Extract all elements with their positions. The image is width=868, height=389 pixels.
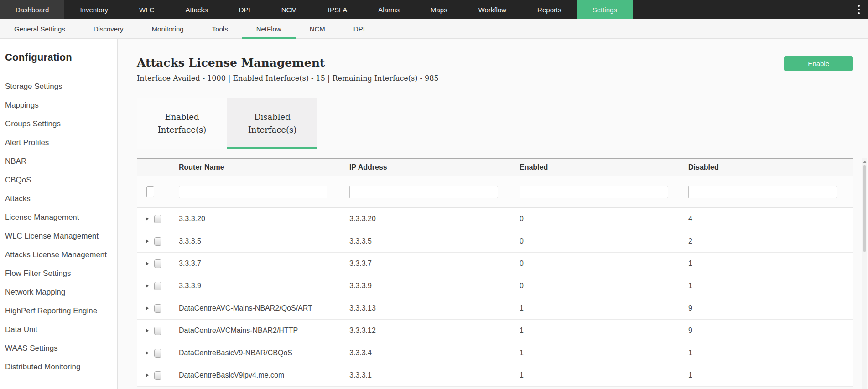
column-header-ip-address: IP Address <box>349 163 520 171</box>
scroll-up-arrow-icon[interactable] <box>863 161 867 163</box>
expand-row-icon[interactable] <box>146 351 149 355</box>
nav-item-attacks[interactable]: Attacks <box>170 0 223 19</box>
nav-item-dpi[interactable]: DPI <box>223 0 266 19</box>
sidebar-item-license-management[interactable]: License Management <box>5 208 113 227</box>
table-row-3-3-3-9[interactable]: 3.3.3.9 3.3.3.9 0 1 <box>137 275 853 297</box>
interfaces-table: Router Name IP Address Enabled Disabled <box>137 158 853 387</box>
sidebar-item-distributed-monitoring[interactable]: Distributed Monitoring <box>5 358 113 376</box>
row-checkbox[interactable] <box>154 259 161 268</box>
nav-item-ncm[interactable]: NCM <box>266 0 312 19</box>
column-header-enabled: Enabled <box>520 163 688 171</box>
nav-item-inventory[interactable]: Inventory <box>64 0 124 19</box>
cell-disabled: 2 <box>688 237 853 245</box>
subnav-item-general-settings[interactable]: General Settings <box>0 19 79 38</box>
table-row-datacentrebasicv9ipv4-me-com[interactable]: DataCentreBasicV9ipv4.me.com 3.3.3.1 1 1 <box>137 364 853 387</box>
tab-enabled-interface-s[interactable]: Enabled Interface(s) <box>137 98 227 149</box>
cell-disabled: 9 <box>688 327 853 335</box>
select-all-checkbox[interactable] <box>146 186 154 197</box>
cell-disabled: 1 <box>688 349 853 357</box>
expand-row-icon[interactable] <box>146 217 149 221</box>
table-row-datacentreavcmains-nbar2-http[interactable]: DataCentreAVCMains-NBAR2/HTTP 3.3.3.12 1… <box>137 320 853 342</box>
cell-enabled: 0 <box>520 237 688 245</box>
cell-router-name: 3.3.3.9 <box>179 282 349 290</box>
row-checkbox[interactable] <box>154 349 161 358</box>
table-row-3-3-3-7[interactable]: 3.3.3.7 3.3.3.7 0 1 <box>137 253 853 275</box>
router-name-filter-input[interactable] <box>179 186 327 198</box>
sidebar-item-wlc-license-management[interactable]: WLC License Management <box>5 227 113 245</box>
sidebar-item-flow-filter-settings[interactable]: Flow Filter Settings <box>5 264 113 283</box>
table-row-3-3-3-5[interactable]: 3.3.3.5 3.3.3.5 0 2 <box>137 230 853 253</box>
cell-router-name: 3.3.3.7 <box>179 259 349 268</box>
subnav-item-dpi[interactable]: DPI <box>339 19 379 38</box>
cell-enabled: 1 <box>520 371 688 379</box>
row-checkbox[interactable] <box>154 282 161 290</box>
top-nav: Dashboard Inventory WLC Attacks DPI NCM <box>0 0 868 19</box>
enable-button[interactable]: Enable <box>784 56 853 71</box>
column-header-disabled: Disabled <box>688 163 853 171</box>
table-row-datacentrebasicv9-nbar-cbqos[interactable]: DataCentreBasicV9-NBAR/CBQoS 3.3.3.4 1 1 <box>137 342 853 364</box>
expand-row-icon[interactable] <box>146 306 149 310</box>
row-checkbox[interactable] <box>154 304 161 313</box>
row-checkbox[interactable] <box>154 371 161 380</box>
sidebar-item-data-unit[interactable]: Data Unit <box>5 320 113 339</box>
sidebar-item-attacks-license-management[interactable]: Attacks License Management <box>5 245 113 264</box>
nav-item-dashboard[interactable]: Dashboard <box>0 0 64 19</box>
cell-ip-address: 3.3.3.9 <box>349 282 520 290</box>
row-checkbox[interactable] <box>154 237 161 246</box>
cell-ip-address: 3.3.3.20 <box>349 215 520 223</box>
row-checkbox[interactable] <box>154 327 161 335</box>
table-row-datacentreavc-mains-nbar2-qos-art[interactable]: DataCentreAVC-Mains-NBAR2/QoS/ART 3.3.3.… <box>137 297 853 320</box>
row-checkbox[interactable] <box>154 215 161 223</box>
nav-item-maps[interactable]: Maps <box>415 0 463 19</box>
sidebar-item-alert-profiles[interactable]: Alert Profiles <box>5 133 113 152</box>
expand-row-icon[interactable] <box>146 373 149 377</box>
cell-disabled: 1 <box>688 282 853 290</box>
cell-router-name: DataCentreAVC-Mains-NBAR2/QoS/ART <box>179 304 349 312</box>
sidebar-item-cbqos[interactable]: CBQoS <box>5 171 113 189</box>
expand-row-icon[interactable] <box>146 239 149 243</box>
sidebar-item-network-mapping[interactable]: Network Mapping <box>5 283 113 301</box>
interface-tabs: Enabled Interface(s) Disabled Interface(… <box>137 98 853 149</box>
cell-ip-address: 3.3.3.13 <box>349 304 520 312</box>
disabled-filter-input[interactable] <box>688 186 837 198</box>
nav-item-wlc[interactable]: WLC <box>124 0 170 19</box>
vertical-scrollbar <box>862 158 867 389</box>
nav-item-ipsla[interactable]: IPSLA <box>312 0 363 19</box>
tab-disabled-interface-s[interactable]: Disabled Interface(s) <box>227 98 317 149</box>
cell-enabled: 0 <box>520 215 688 223</box>
expand-row-icon[interactable] <box>146 284 149 288</box>
cell-enabled: 1 <box>520 304 688 312</box>
subnav-item-tools[interactable]: Tools <box>198 19 242 38</box>
table-row-3-3-3-20[interactable]: 3.3.3.20 3.3.3.20 0 4 <box>137 208 853 230</box>
sidebar-item-storage-settings[interactable]: Storage Settings <box>5 77 113 96</box>
sidebar-item-mappings[interactable]: Mappings <box>5 96 113 114</box>
subnav-item-ncm[interactable]: NCM <box>296 19 339 38</box>
enabled-filter-input[interactable] <box>520 186 668 198</box>
main-content: Attacks License Management Interface Ava… <box>118 39 868 389</box>
ip-address-filter-input[interactable] <box>349 186 498 198</box>
cell-disabled: 1 <box>688 371 853 379</box>
nav-item-alarms[interactable]: Alarms <box>363 0 415 19</box>
sidebar-item-groups-settings[interactable]: Groups Settings <box>5 114 113 133</box>
sidebar-item-highperf-reporting-engine[interactable]: HighPerf Reporting Engine <box>5 301 113 320</box>
subnav-item-netflow[interactable]: NetFlow <box>242 19 296 38</box>
subnav-item-discovery[interactable]: Discovery <box>79 19 138 38</box>
sidebar-heading: Configuration <box>5 52 113 63</box>
nav-item-settings[interactable]: Settings <box>577 0 633 19</box>
cell-disabled: 9 <box>688 304 853 312</box>
nav-item-reports[interactable]: Reports <box>522 0 577 19</box>
sidebar-item-attacks[interactable]: Attacks <box>5 189 113 208</box>
sidebar-item-nbar[interactable]: NBAR <box>5 152 113 171</box>
expand-row-icon[interactable] <box>146 329 149 332</box>
cell-ip-address: 3.3.3.1 <box>349 371 520 379</box>
kebab-menu-icon[interactable] <box>856 0 862 19</box>
cell-enabled: 1 <box>520 349 688 357</box>
scrollbar-thumb[interactable] <box>863 165 866 252</box>
sidebar-item-waas-settings[interactable]: WAAS Settings <box>5 339 113 358</box>
table-header-row: Router Name IP Address Enabled Disabled <box>137 159 853 176</box>
cell-ip-address: 3.3.3.4 <box>349 349 520 357</box>
nav-item-workflow[interactable]: Workflow <box>463 0 522 19</box>
expand-row-icon[interactable] <box>146 262 149 265</box>
configuration-sidebar: Configuration Storage Settings Mappings … <box>0 39 118 389</box>
subnav-item-monitoring[interactable]: Monitoring <box>138 19 198 38</box>
